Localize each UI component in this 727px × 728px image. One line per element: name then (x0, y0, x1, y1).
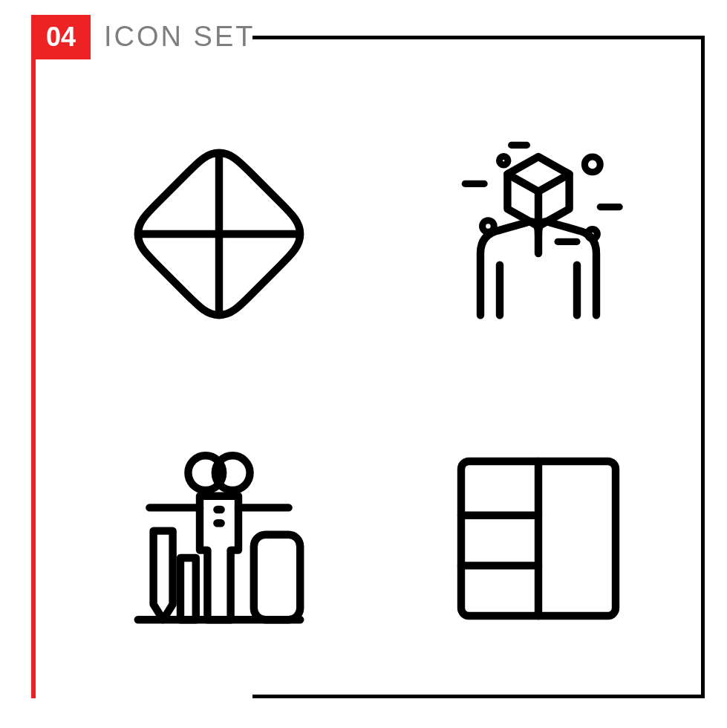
hands-box-icon (442, 137, 635, 331)
icon-cell (104, 416, 334, 661)
icon-cell (104, 111, 334, 357)
icon-cell (423, 416, 653, 661)
badge-number: 04 (31, 15, 91, 59)
page-title: ICON SET (104, 21, 255, 53)
svg-rect-20 (254, 535, 300, 620)
person-balance-icon (123, 442, 316, 635)
icon-cell (423, 111, 653, 357)
accent-stripe (31, 15, 36, 698)
diamond-cross-icon (123, 137, 316, 331)
svg-point-7 (499, 156, 507, 164)
icon-grid (104, 111, 653, 661)
layout-grid-icon (442, 442, 635, 635)
stage: 04 ICON SET (0, 0, 727, 728)
svg-point-4 (584, 157, 600, 172)
svg-point-5 (483, 221, 495, 233)
svg-rect-19 (180, 558, 196, 620)
